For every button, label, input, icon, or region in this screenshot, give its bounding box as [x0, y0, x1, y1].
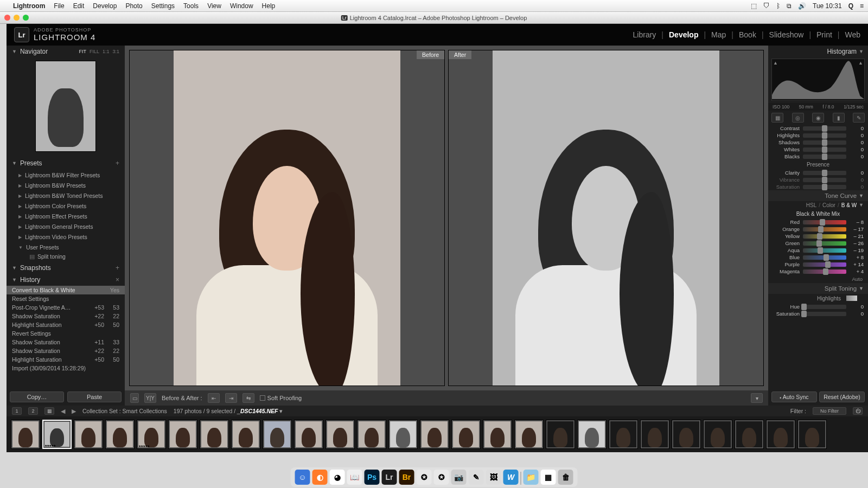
- nav-fill[interactable]: FILL: [90, 49, 99, 54]
- tab-color[interactable]: Color: [822, 202, 835, 208]
- preset-group[interactable]: ▶Lightroom B&W Presets: [7, 181, 125, 191]
- slider-magenta[interactable]: Magenta+ 4: [768, 268, 868, 275]
- filmstrip-thumb[interactable]: [11, 420, 40, 449]
- dock-trash-icon[interactable]: 🗑: [558, 470, 573, 485]
- dock-finder-icon[interactable]: ☺: [295, 470, 310, 485]
- filmstrip-thumb[interactable]: [546, 420, 575, 449]
- swap-both-icon[interactable]: ⇆: [242, 393, 254, 403]
- before-image[interactable]: Before: [129, 50, 445, 386]
- nav-1to1[interactable]: 1:1: [103, 49, 110, 54]
- menu-file[interactable]: File: [54, 2, 64, 10]
- menu-window[interactable]: Window: [230, 2, 253, 10]
- dock-camera-icon[interactable]: 📷: [451, 470, 467, 485]
- redeye-tool-icon[interactable]: ◉: [812, 113, 824, 123]
- dropbox-icon[interactable]: ⬚: [751, 2, 757, 10]
- window-zoom[interactable]: [23, 15, 29, 21]
- tab-hsl[interactable]: HSL: [806, 202, 816, 208]
- grid-icon[interactable]: ▦: [44, 407, 54, 415]
- soft-proofing-toggle[interactable]: Soft Proofing: [260, 395, 302, 401]
- history-row[interactable]: Post-Crop Vignette A…+5353: [7, 303, 125, 312]
- history-row[interactable]: Import (30/09/2014 15:28:29): [7, 364, 125, 373]
- history-row[interactable]: Shadow Saturation+2222: [7, 346, 125, 355]
- add-preset-icon[interactable]: +: [116, 159, 119, 167]
- app-menu[interactable]: Lightroom: [13, 2, 45, 10]
- filmstrip-thumb[interactable]: [514, 420, 544, 449]
- crop-tool-icon[interactable]: ▦: [771, 113, 783, 123]
- filmstrip-thumb[interactable]: ★★★★★: [42, 420, 72, 449]
- filmstrip-thumb[interactable]: [168, 420, 197, 449]
- slider-yellow[interactable]: Yellow– 21: [768, 233, 868, 240]
- dock-app-icon[interactable]: ✪: [434, 470, 449, 485]
- history-row[interactable]: Convert to Black & WhiteYes: [7, 286, 125, 294]
- preset-group[interactable]: ▶Lightroom B&W Toned Presets: [7, 191, 125, 201]
- filmstrip-thumb[interactable]: [735, 420, 764, 449]
- filmstrip-thumb[interactable]: [451, 420, 481, 449]
- dock-firefox-icon[interactable]: ◐: [312, 470, 328, 485]
- slider-red[interactable]: Red– 8: [768, 219, 868, 226]
- preset-group[interactable]: ▶Lightroom Effect Presets: [7, 211, 125, 222]
- add-snapshot-icon[interactable]: +: [116, 264, 119, 272]
- filmstrip-thumb[interactable]: [357, 420, 386, 449]
- reset-button[interactable]: Reset (Adobe): [819, 391, 865, 402]
- module-web[interactable]: Web: [845, 30, 860, 39]
- dock-word-icon[interactable]: W: [503, 470, 519, 485]
- loupe-view-icon[interactable]: ▭: [130, 393, 139, 403]
- clear-history-icon[interactable]: ×: [116, 276, 119, 284]
- bluetooth-icon[interactable]: ᛒ: [776, 2, 780, 10]
- filmstrip-thumb[interactable]: ★★★★★: [137, 420, 166, 449]
- dock-calendar-icon[interactable]: ▦: [541, 470, 556, 485]
- dock-photoshop-icon[interactable]: Ps: [365, 470, 380, 485]
- toolbar-more-icon[interactable]: ▾: [751, 393, 763, 403]
- history-row[interactable]: Reset Settings: [7, 294, 125, 303]
- history-row[interactable]: Revert Settings: [7, 329, 125, 338]
- filmstrip-thumb[interactable]: [388, 420, 418, 449]
- filmstrip-thumb[interactable]: [326, 420, 355, 449]
- dock-chrome-icon[interactable]: ◕: [330, 470, 345, 485]
- slider-blue[interactable]: Blue+ 8: [768, 254, 868, 261]
- highlight-clip-icon[interactable]: ▲: [858, 60, 863, 66]
- spot-removal-icon[interactable]: ◎: [792, 113, 804, 123]
- menu-edit[interactable]: Edit: [73, 2, 85, 10]
- collection-path[interactable]: Collection Set : Smart Collections: [82, 408, 167, 414]
- split-sat-slider[interactable]: Saturation0: [768, 310, 868, 317]
- slider-whites[interactable]: Whites0: [768, 146, 868, 153]
- module-library[interactable]: Library: [633, 30, 656, 39]
- filmstrip-thumb[interactable]: [263, 420, 292, 449]
- bw-auto-button[interactable]: Auto: [768, 275, 868, 283]
- presets-header[interactable]: ▼ Presets +: [7, 157, 125, 169]
- filmstrip-thumb[interactable]: [672, 420, 701, 449]
- snapshots-header[interactable]: ▼ Snapshots +: [7, 262, 125, 274]
- module-slideshow[interactable]: Slideshow: [769, 30, 804, 39]
- grad-filter-icon[interactable]: ▮: [833, 113, 845, 123]
- secondary-display2-icon[interactable]: 2: [28, 407, 38, 415]
- slider-contrast[interactable]: Contrast0: [768, 125, 868, 132]
- dock-app-icon[interactable]: ✪: [417, 470, 432, 485]
- split-toning-header[interactable]: Split Toning▼: [768, 283, 868, 294]
- slider-blacks[interactable]: Blacks0: [768, 153, 868, 160]
- copy-button[interactable]: Copy…: [10, 391, 64, 402]
- tab-bw[interactable]: B & W: [841, 202, 857, 208]
- menu-tools[interactable]: Tools: [183, 2, 199, 10]
- module-develop[interactable]: Develop: [669, 30, 698, 39]
- filmstrip-thumb[interactable]: [766, 420, 795, 449]
- list-icon[interactable]: ≡: [860, 2, 864, 10]
- slider-green[interactable]: Green– 26: [768, 240, 868, 247]
- module-print[interactable]: Print: [816, 30, 832, 39]
- menu-view[interactable]: View: [207, 2, 221, 10]
- slider-purple[interactable]: Purple+ 14: [768, 261, 868, 268]
- split-hue-slider[interactable]: Hue0: [768, 303, 868, 310]
- filter-dropdown[interactable]: No Filter: [813, 407, 846, 415]
- filmstrip-thumb[interactable]: [200, 420, 229, 449]
- dock-bridge-icon[interactable]: Br: [399, 470, 414, 485]
- clock[interactable]: Tue 10:31: [813, 2, 842, 10]
- brush-tool-icon[interactable]: ✎: [853, 113, 865, 123]
- secondary-display-icon[interactable]: 1: [12, 407, 22, 415]
- preset-group[interactable]: ▶Lightroom Video Presets: [7, 232, 125, 242]
- window-minimize[interactable]: [14, 15, 20, 21]
- shield-icon[interactable]: ⛉: [763, 2, 770, 10]
- filmstrip-thumb[interactable]: [74, 420, 103, 449]
- filmstrip-thumb[interactable]: [231, 420, 260, 449]
- filmstrip-thumb[interactable]: [797, 420, 827, 449]
- history-row[interactable]: Highlight Saturation+5050: [7, 355, 125, 364]
- after-image[interactable]: After: [448, 50, 764, 386]
